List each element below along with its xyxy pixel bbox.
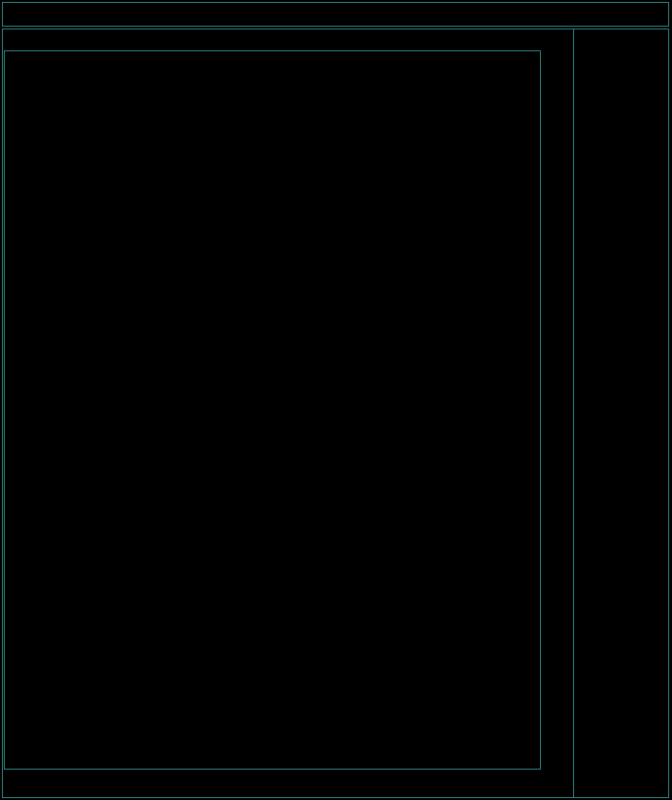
radar-echo-layer [5, 51, 540, 769]
title-bar [2, 2, 669, 27]
radar-map [4, 50, 541, 770]
colorbar-panel [574, 27, 669, 798]
radar-app-window [0, 0, 672, 800]
